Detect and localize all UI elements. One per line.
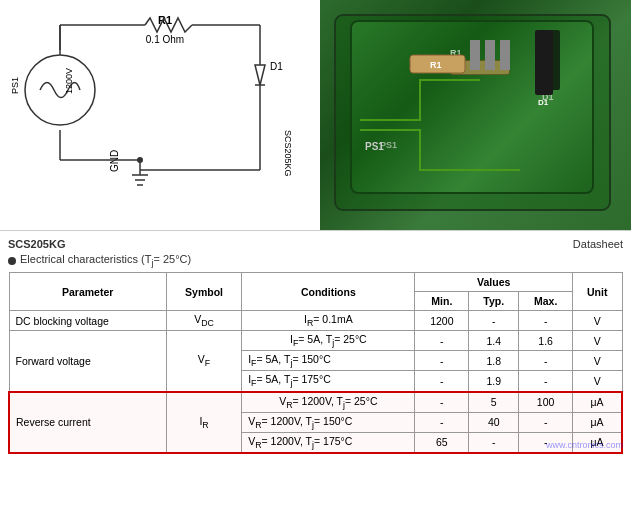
cell-symbol: VF <box>166 331 241 392</box>
svg-text:R1: R1 <box>430 60 442 70</box>
bullet-icon <box>8 257 16 265</box>
cell-symbol: VDC <box>166 311 241 331</box>
cell-unit: V <box>573 331 623 351</box>
circuit-diagram: R1 0.1 Ohm D1 SCS205KG <box>0 0 320 230</box>
watermark: www.cntronics.com <box>546 440 623 450</box>
cell-condition: VR= 1200V, Tj= 25°C <box>242 392 415 413</box>
table-row: DC blocking voltage VDC IR= 0.1mA 1200 -… <box>9 311 622 331</box>
cell-typ: 1.9 <box>469 371 519 392</box>
cell-min: 1200 <box>415 311 469 331</box>
col-parameter: Parameter <box>9 273 166 311</box>
col-unit: Unit <box>573 273 623 311</box>
cell-unit: V <box>573 311 623 331</box>
cell-param: Forward voltage <box>9 331 166 392</box>
cell-min: 65 <box>415 432 469 453</box>
cell-condition: IF= 5A, Tj= 25°C <box>242 331 415 351</box>
cell-param-reverse: Reverse current <box>9 392 166 453</box>
characteristics-table: Parameter Symbol Conditions Values Unit … <box>8 272 623 454</box>
cell-min: - <box>415 331 469 351</box>
svg-point-24 <box>137 157 143 163</box>
col-values: Values <box>415 273 573 292</box>
bottom-section: SCS205KG Datasheet Electrical characteri… <box>0 231 631 458</box>
cell-max: - <box>519 351 573 371</box>
cell-max: 100 <box>519 392 573 413</box>
svg-rect-28 <box>535 30 553 95</box>
pcb-photo: R1 D1 PS1 R1 D1 PS1 <box>320 0 631 230</box>
col-symbol: Symbol <box>166 273 241 311</box>
svg-text:PS1: PS1 <box>10 77 20 94</box>
cell-unit: μA <box>573 392 623 413</box>
cell-unit: μA <box>573 412 623 432</box>
svg-text:1200V: 1200V <box>64 68 74 94</box>
cell-max: 1.6 <box>519 331 573 351</box>
cell-condition: IF= 5A, Tj= 150°C <box>242 351 415 371</box>
svg-point-20 <box>25 55 95 125</box>
col-min: Min. <box>415 292 469 311</box>
cell-max: - <box>519 371 573 392</box>
cell-condition: IF= 5A, Tj= 175°C <box>242 371 415 392</box>
reverse-current-row-1: Reverse current IR VR= 1200V, Tj= 25°C -… <box>9 392 622 413</box>
cell-typ: - <box>469 432 519 453</box>
svg-text:SCS205KG: SCS205KG <box>283 130 293 177</box>
cell-typ: 1.4 <box>469 331 519 351</box>
table-header-row-1: Parameter Symbol Conditions Values Unit <box>9 273 622 292</box>
elec-title-text: Electrical characteristics (Tj= 25°C) <box>20 253 191 268</box>
svg-text:D1: D1 <box>538 98 549 107</box>
electrical-title: Electrical characteristics (Tj= 25°C) <box>8 253 623 268</box>
svg-marker-6 <box>255 65 265 85</box>
cell-unit: V <box>573 351 623 371</box>
svg-rect-31 <box>485 40 495 70</box>
table-row: Forward voltage VF IF= 5A, Tj= 25°C - 1.… <box>9 331 622 351</box>
cell-min: - <box>415 351 469 371</box>
svg-text:PS1: PS1 <box>365 141 384 152</box>
cell-condition: VR= 1200V, Tj= 175°C <box>242 432 415 453</box>
cell-condition: IR= 0.1mA <box>242 311 415 331</box>
col-typ: Typ. <box>469 292 519 311</box>
part-number: SCS205KG <box>8 238 65 250</box>
col-max: Max. <box>519 292 573 311</box>
cell-min: - <box>415 371 469 392</box>
cell-param: DC blocking voltage <box>9 311 166 331</box>
cell-min: - <box>415 412 469 432</box>
cell-typ: 5 <box>469 392 519 413</box>
col-conditions: Conditions <box>242 273 415 311</box>
cell-condition: VR= 1200V, Tj= 150°C <box>242 412 415 432</box>
svg-text:0.1 Ohm: 0.1 Ohm <box>146 34 184 45</box>
svg-rect-32 <box>500 40 510 70</box>
top-section: R1 0.1 Ohm D1 SCS205KG <box>0 0 631 230</box>
cell-min: - <box>415 392 469 413</box>
cell-unit: V <box>573 371 623 392</box>
cell-max: - <box>519 412 573 432</box>
svg-rect-30 <box>470 40 480 70</box>
header-row: SCS205KG Datasheet <box>8 235 623 253</box>
cell-typ: - <box>469 311 519 331</box>
cell-typ: 1.8 <box>469 351 519 371</box>
cell-typ: 40 <box>469 412 519 432</box>
svg-text:D1: D1 <box>270 61 283 72</box>
svg-text:GND: GND <box>109 150 120 172</box>
cell-max: - <box>519 311 573 331</box>
doc-type: Datasheet <box>573 238 623 250</box>
cell-symbol-ir: IR <box>166 392 241 453</box>
